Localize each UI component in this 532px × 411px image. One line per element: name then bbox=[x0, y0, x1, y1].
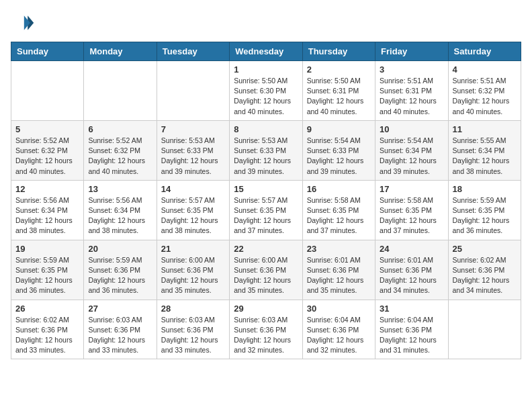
calendar-cell: 11Sunrise: 5:55 AM Sunset: 6:34 PM Dayli… bbox=[448, 120, 521, 180]
calendar-cell: 15Sunrise: 5:57 AM Sunset: 6:35 PM Dayli… bbox=[230, 180, 302, 240]
calendar-cell: 4Sunrise: 5:51 AM Sunset: 6:32 PM Daylig… bbox=[448, 61, 521, 121]
col-header-friday: Friday bbox=[375, 42, 448, 61]
day-number: 14 bbox=[161, 184, 225, 194]
day-info: Sunrise: 5:57 AM Sunset: 6:35 PM Dayligh… bbox=[234, 195, 298, 236]
day-number: 13 bbox=[88, 184, 152, 194]
calendar-week-3: 12Sunrise: 5:56 AM Sunset: 6:34 PM Dayli… bbox=[11, 180, 521, 240]
calendar-cell: 29Sunrise: 6:03 AM Sunset: 6:36 PM Dayli… bbox=[230, 300, 302, 359]
day-info: Sunrise: 5:59 AM Sunset: 6:36 PM Dayligh… bbox=[88, 255, 152, 296]
calendar-cell: 13Sunrise: 5:56 AM Sunset: 6:34 PM Dayli… bbox=[84, 180, 157, 240]
day-info: Sunrise: 5:51 AM Sunset: 6:31 PM Dayligh… bbox=[380, 76, 443, 117]
day-info: Sunrise: 6:00 AM Sunset: 6:36 PM Dayligh… bbox=[161, 255, 225, 296]
calendar-cell: 27Sunrise: 6:03 AM Sunset: 6:36 PM Dayli… bbox=[84, 300, 157, 359]
page-header bbox=[11, 11, 521, 35]
day-number: 22 bbox=[234, 244, 298, 254]
day-number: 4 bbox=[453, 64, 517, 75]
day-number: 20 bbox=[88, 244, 152, 254]
day-number: 7 bbox=[161, 124, 225, 134]
calendar-cell: 1Sunrise: 5:50 AM Sunset: 6:30 PM Daylig… bbox=[230, 61, 302, 121]
day-info: Sunrise: 6:03 AM Sunset: 6:36 PM Dayligh… bbox=[88, 315, 152, 356]
col-header-tuesday: Tuesday bbox=[157, 42, 229, 61]
day-number: 8 bbox=[234, 124, 298, 134]
day-number: 29 bbox=[234, 304, 298, 314]
day-info: Sunrise: 6:02 AM Sunset: 6:36 PM Dayligh… bbox=[15, 315, 79, 356]
calendar-cell: 30Sunrise: 6:04 AM Sunset: 6:36 PM Dayli… bbox=[302, 300, 375, 359]
calendar-cell bbox=[11, 61, 84, 121]
day-info: Sunrise: 6:00 AM Sunset: 6:36 PM Dayligh… bbox=[234, 255, 298, 296]
logo bbox=[11, 11, 38, 35]
calendar-cell: 23Sunrise: 6:01 AM Sunset: 6:36 PM Dayli… bbox=[302, 240, 375, 300]
day-number: 2 bbox=[307, 64, 371, 75]
day-number: 9 bbox=[307, 124, 371, 134]
day-number: 21 bbox=[161, 244, 225, 254]
calendar-cell: 14Sunrise: 5:57 AM Sunset: 6:35 PM Dayli… bbox=[157, 180, 229, 240]
day-number: 6 bbox=[88, 124, 152, 134]
day-info: Sunrise: 6:03 AM Sunset: 6:36 PM Dayligh… bbox=[161, 315, 225, 356]
day-number: 16 bbox=[307, 184, 371, 194]
day-info: Sunrise: 5:50 AM Sunset: 6:30 PM Dayligh… bbox=[234, 76, 298, 117]
calendar-cell: 3Sunrise: 5:51 AM Sunset: 6:31 PM Daylig… bbox=[375, 61, 448, 121]
day-number: 19 bbox=[15, 244, 79, 254]
calendar-cell: 7Sunrise: 5:53 AM Sunset: 6:33 PM Daylig… bbox=[157, 120, 229, 180]
day-info: Sunrise: 6:01 AM Sunset: 6:36 PM Dayligh… bbox=[380, 255, 443, 296]
calendar-cell: 18Sunrise: 5:59 AM Sunset: 6:35 PM Dayli… bbox=[448, 180, 521, 240]
day-info: Sunrise: 5:57 AM Sunset: 6:35 PM Dayligh… bbox=[161, 195, 225, 236]
col-header-wednesday: Wednesday bbox=[230, 42, 302, 61]
day-info: Sunrise: 5:56 AM Sunset: 6:34 PM Dayligh… bbox=[88, 195, 152, 236]
calendar-week-4: 19Sunrise: 5:59 AM Sunset: 6:35 PM Dayli… bbox=[11, 240, 521, 300]
day-number: 31 bbox=[380, 304, 443, 314]
calendar-cell: 10Sunrise: 5:54 AM Sunset: 6:34 PM Dayli… bbox=[375, 120, 448, 180]
col-header-monday: Monday bbox=[84, 42, 157, 61]
day-info: Sunrise: 5:54 AM Sunset: 6:34 PM Dayligh… bbox=[380, 136, 443, 177]
day-info: Sunrise: 6:03 AM Sunset: 6:36 PM Dayligh… bbox=[234, 315, 298, 356]
day-number: 28 bbox=[161, 304, 225, 314]
calendar-cell: 24Sunrise: 6:01 AM Sunset: 6:36 PM Dayli… bbox=[375, 240, 448, 300]
calendar-cell: 28Sunrise: 6:03 AM Sunset: 6:36 PM Dayli… bbox=[157, 300, 229, 359]
day-info: Sunrise: 5:54 AM Sunset: 6:33 PM Dayligh… bbox=[307, 136, 371, 177]
calendar-header-row: SundayMondayTuesdayWednesdayThursdayFrid… bbox=[11, 42, 521, 61]
calendar-cell: 9Sunrise: 5:54 AM Sunset: 6:33 PM Daylig… bbox=[302, 120, 375, 180]
col-header-saturday: Saturday bbox=[448, 42, 521, 61]
day-number: 26 bbox=[15, 304, 79, 314]
calendar-week-1: 1Sunrise: 5:50 AM Sunset: 6:30 PM Daylig… bbox=[11, 61, 521, 121]
col-header-sunday: Sunday bbox=[11, 42, 84, 61]
calendar-cell bbox=[84, 61, 157, 121]
day-number: 12 bbox=[15, 184, 79, 194]
calendar-cell: 31Sunrise: 6:04 AM Sunset: 6:36 PM Dayli… bbox=[375, 300, 448, 359]
day-info: Sunrise: 5:55 AM Sunset: 6:34 PM Dayligh… bbox=[453, 136, 517, 177]
calendar-cell: 25Sunrise: 6:02 AM Sunset: 6:36 PM Dayli… bbox=[448, 240, 521, 300]
day-info: Sunrise: 6:01 AM Sunset: 6:36 PM Dayligh… bbox=[307, 255, 371, 296]
day-info: Sunrise: 5:53 AM Sunset: 6:33 PM Dayligh… bbox=[234, 136, 298, 177]
day-number: 5 bbox=[15, 124, 79, 134]
calendar-cell: 26Sunrise: 6:02 AM Sunset: 6:36 PM Dayli… bbox=[11, 300, 84, 359]
calendar-cell: 20Sunrise: 5:59 AM Sunset: 6:36 PM Dayli… bbox=[84, 240, 157, 300]
calendar-cell: 12Sunrise: 5:56 AM Sunset: 6:34 PM Dayli… bbox=[11, 180, 84, 240]
day-number: 10 bbox=[380, 124, 443, 134]
day-info: Sunrise: 5:51 AM Sunset: 6:32 PM Dayligh… bbox=[453, 76, 517, 117]
day-number: 25 bbox=[453, 244, 517, 254]
col-header-thursday: Thursday bbox=[302, 42, 375, 61]
calendar-cell bbox=[157, 61, 229, 121]
calendar-cell bbox=[448, 300, 521, 359]
day-number: 3 bbox=[380, 64, 443, 75]
day-info: Sunrise: 5:52 AM Sunset: 6:32 PM Dayligh… bbox=[15, 136, 79, 177]
calendar-cell: 21Sunrise: 6:00 AM Sunset: 6:36 PM Dayli… bbox=[157, 240, 229, 300]
calendar-week-5: 26Sunrise: 6:02 AM Sunset: 6:36 PM Dayli… bbox=[11, 300, 521, 359]
day-info: Sunrise: 6:02 AM Sunset: 6:36 PM Dayligh… bbox=[453, 255, 517, 296]
day-info: Sunrise: 5:59 AM Sunset: 6:35 PM Dayligh… bbox=[453, 195, 517, 236]
day-info: Sunrise: 5:59 AM Sunset: 6:35 PM Dayligh… bbox=[15, 255, 79, 296]
day-number: 1 bbox=[234, 64, 298, 75]
calendar-cell: 19Sunrise: 5:59 AM Sunset: 6:35 PM Dayli… bbox=[11, 240, 84, 300]
logo-icon bbox=[11, 11, 35, 35]
day-number: 15 bbox=[234, 184, 298, 194]
day-number: 24 bbox=[380, 244, 443, 254]
calendar-cell: 17Sunrise: 5:58 AM Sunset: 6:35 PM Dayli… bbox=[375, 180, 448, 240]
day-number: 17 bbox=[380, 184, 443, 194]
day-info: Sunrise: 6:04 AM Sunset: 6:36 PM Dayligh… bbox=[380, 315, 443, 356]
calendar-cell: 6Sunrise: 5:52 AM Sunset: 6:32 PM Daylig… bbox=[84, 120, 157, 180]
calendar-cell: 22Sunrise: 6:00 AM Sunset: 6:36 PM Dayli… bbox=[230, 240, 302, 300]
calendar-cell: 5Sunrise: 5:52 AM Sunset: 6:32 PM Daylig… bbox=[11, 120, 84, 180]
day-info: Sunrise: 5:58 AM Sunset: 6:35 PM Dayligh… bbox=[307, 195, 371, 236]
day-info: Sunrise: 5:50 AM Sunset: 6:31 PM Dayligh… bbox=[307, 76, 371, 117]
day-info: Sunrise: 5:52 AM Sunset: 6:32 PM Dayligh… bbox=[88, 136, 152, 177]
